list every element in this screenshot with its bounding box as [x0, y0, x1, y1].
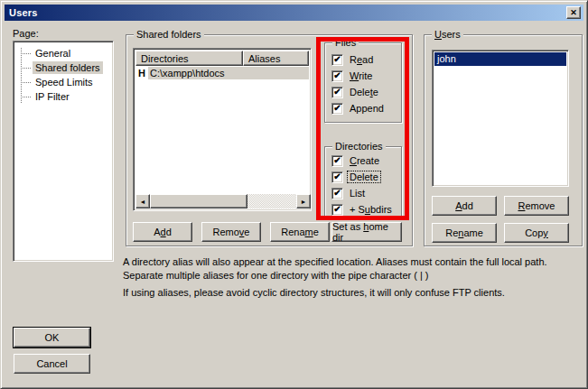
checkbox-box: ✔: [331, 87, 343, 98]
close-icon: ✕: [570, 9, 577, 17]
ok-button[interactable]: OK: [14, 328, 90, 347]
scroll-left-icon: ◄: [140, 199, 146, 205]
titlebar: Users ✕: [5, 5, 583, 21]
checkbox-dirs-create[interactable]: ✔ Create: [331, 154, 381, 167]
checkbox-box: ✔: [331, 155, 343, 167]
tree-elbow: [21, 53, 31, 54]
checkbox-dirs-subdirs[interactable]: ✔ + Subdirs: [331, 203, 394, 216]
cancel-button[interactable]: Cancel: [14, 354, 90, 374]
checkbox-files-read[interactable]: ✔ Read: [331, 53, 375, 66]
rename-folder-button[interactable]: Rename: [270, 222, 330, 242]
check-icon: ✔: [333, 172, 341, 181]
add-folder-button[interactable]: Add: [133, 222, 192, 242]
tree-item-label-selected: Shared folders: [33, 61, 103, 74]
window-title: Users: [9, 7, 38, 18]
cyclic-note: If using aliases, please avoid cyclic di…: [123, 286, 579, 300]
close-button[interactable]: ✕: [566, 6, 581, 19]
horizontal-scrollbar: ◄ ►: [135, 194, 311, 208]
check-icon: ✔: [333, 189, 341, 198]
alias-note: A directory alias will also appear at th…: [123, 255, 573, 282]
tree-item-label: Speed Limits: [33, 76, 96, 88]
check-icon: ✔: [333, 156, 341, 165]
directory-path: C:\xampp\htdocs: [148, 67, 309, 79]
tree-item-ip-filter[interactable]: IP Filter: [14, 89, 113, 104]
column-header-aliases[interactable]: Aliases: [243, 51, 309, 66]
remove-user-button[interactable]: Remove: [504, 196, 569, 216]
listview-header: Directories Aliases: [135, 51, 309, 66]
users-listbox: john: [432, 50, 569, 187]
checkbox-dirs-list[interactable]: ✔ List: [331, 187, 367, 199]
tree-elbow: [21, 68, 31, 69]
set-as-home-dir-button[interactable]: Set as home dir: [331, 222, 402, 242]
user-list-item-john[interactable]: john: [434, 52, 566, 66]
page-tree: General Shared folders Speed Limits IP F…: [13, 41, 114, 262]
directory-row[interactable]: H C:\xampp\htdocs: [135, 66, 309, 79]
home-flag: H: [135, 68, 148, 79]
tree-item-general[interactable]: General: [14, 46, 113, 60]
checkbox-box: ✔: [331, 171, 343, 183]
scroll-left-button[interactable]: ◄: [135, 194, 150, 208]
check-icon: ✔: [333, 88, 341, 97]
directories-listview: Directories Aliases H C:\xampp\htdocs ◄ …: [133, 48, 312, 211]
checkbox-files-delete[interactable]: ✔ Delete: [331, 86, 380, 98]
add-user-button[interactable]: Add: [432, 196, 497, 216]
checkbox-files-write[interactable]: ✔ Write: [331, 69, 374, 82]
check-icon: ✔: [333, 104, 341, 113]
scroll-right-button[interactable]: ►: [296, 194, 311, 208]
checkbox-box: ✔: [331, 54, 343, 66]
directories-group-label: Directories: [332, 141, 386, 152]
checkbox-box: ✔: [331, 204, 343, 216]
checkbox-files-append[interactable]: ✔ Append: [331, 102, 386, 115]
users-dialog: Users ✕ Page: General Shared folders Spe…: [0, 0, 588, 389]
checkbox-dirs-delete[interactable]: ✔ Delete: [331, 171, 380, 183]
tree-item-speed-limits[interactable]: Speed Limits: [14, 75, 113, 89]
checkbox-box: ✔: [331, 188, 343, 199]
scrollbar-track[interactable]: [247, 194, 296, 208]
checkbox-box: ✔: [331, 70, 343, 82]
shared-folders-group-label: Shared folders: [134, 29, 204, 40]
tree-item-shared-folders[interactable]: Shared folders: [14, 60, 113, 75]
tree-elbow: [21, 97, 31, 97]
tree-item-label: IP Filter: [33, 90, 72, 103]
files-group-label: Files: [332, 37, 359, 48]
tree-item-label: General: [33, 47, 73, 60]
users-group: Users john Add Remove Rename Copy: [424, 34, 583, 246]
files-permissions-group: Files ✔ Read ✔ Write ✔ Delete ✔ Append: [324, 42, 402, 123]
check-icon: ✔: [333, 55, 341, 64]
directories-permissions-group: Directories ✔ Create ✔ Delete ✔ List ✔ +…: [324, 146, 402, 217]
check-icon: ✔: [333, 71, 341, 80]
column-header-directories[interactable]: Directories: [135, 51, 243, 66]
tree-elbow: [21, 82, 31, 83]
page-label: Page:: [13, 28, 39, 39]
users-group-label: Users: [432, 29, 463, 40]
rename-user-button[interactable]: Rename: [432, 223, 497, 243]
scrollbar-thumb[interactable]: [150, 194, 247, 208]
remove-folder-button[interactable]: Remove: [201, 222, 261, 242]
copy-user-button[interactable]: Copy: [504, 223, 569, 243]
scroll-right-icon: ►: [301, 199, 307, 205]
check-icon: ✔: [333, 205, 341, 214]
checkbox-box: ✔: [331, 103, 343, 115]
